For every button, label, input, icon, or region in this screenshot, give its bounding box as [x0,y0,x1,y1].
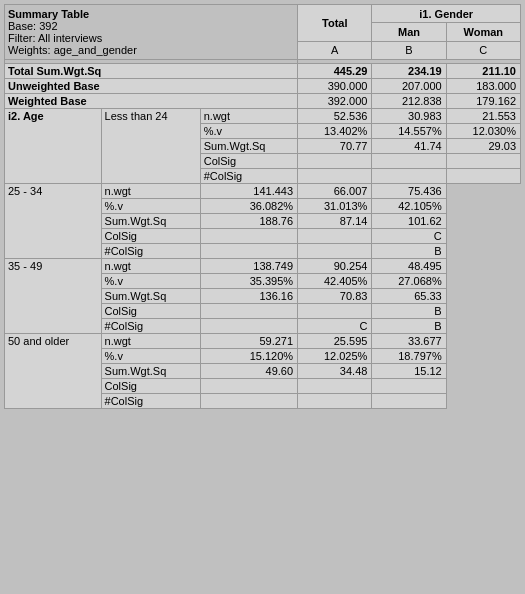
gender-header: i1. Gender [372,5,521,23]
age-group-3-metric-3-A [200,379,297,394]
age-group-0-metric-1-A: 13.402% [298,124,372,139]
age-group-0-metric-4-B [372,169,446,184]
age-group-2-metric-0: 35 - 49 n.wgt 138.749 90.254 48.495 [5,259,521,274]
age-group-2-metric-0-name: n.wgt [101,259,200,274]
unweighted-base-A: 390.000 [298,79,372,94]
age-group-1-metric-0-B: 66.007 [298,184,372,199]
age-group-1-metric-3-B [298,229,372,244]
table-title: Summary Table [8,8,294,20]
age-group-3-metric-4-C [372,394,446,409]
age-group-3-metric-2-B: 34.48 [298,364,372,379]
age-group-2-metric-1-name: %.v [101,274,200,289]
age-group-1-metric-4-name: #ColSig [101,244,200,259]
age-group-2-metric-3-name: ColSig [101,304,200,319]
age-group-3-metric-0-name: n.wgt [101,334,200,349]
man-header: Man [372,23,446,41]
total-sum-row: Total Sum.Wgt.Sq 445.29 234.19 211.10 [5,64,521,79]
age-group-3-metric-1-name: %.v [101,349,200,364]
unweighted-base-label: Unweighted Base [5,79,298,94]
total-sum-A: 445.29 [298,64,372,79]
age-group-1-metric-2-A: 188.76 [200,214,297,229]
age-group-3-metric-0-B: 25.595 [298,334,372,349]
age-group-3-metric-3-name: ColSig [101,379,200,394]
age-group-3-metric-4-B [298,394,372,409]
age-group-2-label: 35 - 49 [5,259,102,334]
age-group-2-metric-4-C: B [372,319,446,334]
age-group-0-metric-0-B: 30.983 [372,109,446,124]
age-group-3-metric-2-C: 15.12 [372,364,446,379]
age-group-1-metric-3-C: C [372,229,446,244]
age-group-2-metric-3-A [200,304,297,319]
age-group-3-metric-2-name: Sum.Wgt.Sq [101,364,200,379]
weighted-base-row: Weighted Base 392.000 212.838 179.162 [5,94,521,109]
age-group-2-metric-1-C: 27.068% [372,274,446,289]
age-group-2-metric-3-B [298,304,372,319]
age-group-2-metric-3-C: B [372,304,446,319]
total-sum-C: 211.10 [446,64,520,79]
age-group-1-metric-4-A [200,244,297,259]
total-header: Total [298,5,372,42]
age-group-0-metric-4-C [446,169,520,184]
age-label: i2. Age [5,109,102,184]
age-group-3-metric-0-A: 59.271 [200,334,297,349]
total-sum-label: Total Sum.Wgt.Sq [5,64,298,79]
age-group-0-metric-3-B [372,154,446,169]
age-group-0-metric-1-B: 14.557% [372,124,446,139]
summary-table: Summary Table Base: 392 Filter: All inte… [4,4,521,409]
age-group-1-metric-1-A: 36.082% [200,199,297,214]
age-group-0-metric-0: i2. Age Less than 24 n.wgt 52.536 30.983… [5,109,521,124]
age-group-3-metric-3-C [372,379,446,394]
age-group-0-metric-2-C: 29.03 [446,139,520,154]
age-group-1-metric-3-A [200,229,297,244]
age-group-0-metric-0-A: 52.536 [298,109,372,124]
age-group-3-metric-1-A: 15.120% [200,349,297,364]
age-group-2-metric-4-B: C [298,319,372,334]
age-group-3-label: 50 and older [5,334,102,409]
age-group-3-metric-0: 50 and older n.wgt 59.271 25.595 33.677 [5,334,521,349]
total-sum-B: 234.19 [372,64,446,79]
table-filter: Filter: All interviews [8,32,294,44]
outer-container: Summary Table Base: 392 Filter: All inte… [0,0,525,413]
weighted-base-B: 212.838 [372,94,446,109]
age-group-0-metric-4-A [298,169,372,184]
age-group-1-metric-4-B [298,244,372,259]
age-group-2-metric-1-B: 42.405% [298,274,372,289]
age-group-2-metric-2-name: Sum.Wgt.Sq [101,289,200,304]
weighted-base-label: Weighted Base [5,94,298,109]
age-group-2-metric-2-A: 136.16 [200,289,297,304]
unweighted-base-C: 183.000 [446,79,520,94]
age-group-0-metric-0-name: n.wgt [200,109,297,124]
age-group-3-metric-3-B [298,379,372,394]
table-weights: Weights: age_and_gender [8,44,294,56]
age-group-0-metric-1-name: %.v [200,124,297,139]
age-group-1-metric-4-C: B [372,244,446,259]
age-group-0-metric-3-C [446,154,520,169]
woman-header: Woman [446,23,520,41]
age-group-1-metric-0-A: 141.443 [200,184,297,199]
age-group-1-metric-3-name: ColSig [101,229,200,244]
age-group-1-metric-1-B: 31.013% [298,199,372,214]
age-group-0-metric-3-A [298,154,372,169]
age-group-2-metric-0-B: 90.254 [298,259,372,274]
age-group-1-metric-1-name: %.v [101,199,200,214]
age-group-0-metric-2-A: 70.77 [298,139,372,154]
age-group-2-metric-2-B: 70.83 [298,289,372,304]
age-group-3-metric-1-C: 18.797% [372,349,446,364]
table-base: Base: 392 [8,20,294,32]
age-group-0-metric-3-name: ColSig [200,154,297,169]
table-header-info: Summary Table Base: 392 Filter: All inte… [5,5,298,60]
age-group-2-metric-4-A [200,319,297,334]
age-group-2-metric-1-A: 35.395% [200,274,297,289]
weighted-base-C: 179.162 [446,94,520,109]
col-a-letter: A [298,41,372,59]
age-group-3-metric-4-A [200,394,297,409]
unweighted-base-B: 207.000 [372,79,446,94]
weighted-base-A: 392.000 [298,94,372,109]
age-group-0-metric-0-C: 21.553 [446,109,520,124]
age-group-0-metric-1-C: 12.030% [446,124,520,139]
age-group-1-metric-2-name: Sum.Wgt.Sq [101,214,200,229]
age-group-1-metric-2-C: 101.62 [372,214,446,229]
age-group-1-label: 25 - 34 [5,184,102,259]
col-b-letter: B [372,41,446,59]
age-group-0-label: Less than 24 [101,109,200,184]
